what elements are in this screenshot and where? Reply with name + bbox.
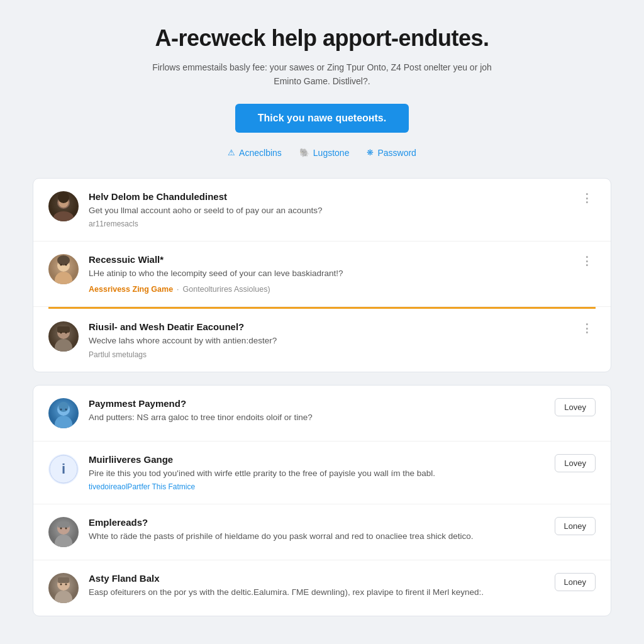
svg-point-24	[60, 527, 62, 529]
page-title: A-recweck help apport-endutes.	[33, 25, 611, 52]
quick-link-password-label: Password	[377, 148, 416, 158]
card-1: Helv Delom be Chanduledinest Get you llm…	[33, 178, 611, 372]
list-item-action[interactable]: Loney	[555, 573, 596, 591]
avatar	[48, 573, 79, 603]
section-tag-gray: Gonteolturires Assiolues)	[183, 285, 270, 294]
list-item-title: Asty Fland Balx	[89, 573, 545, 584]
list-item-content: Recessuic Wiall* LHe atinip to who the l…	[89, 254, 568, 294]
list-item-content: Helv Delom be Chanduledinest Get you llm…	[89, 191, 568, 228]
list-item-title: Emplereads?	[89, 517, 545, 528]
list-item-desc: And putters: NS arra galoc to tree tinor…	[89, 411, 545, 424]
dots-icon[interactable]: ⋮	[578, 191, 596, 205]
card-2: Paymmest Paymend? And putters: NS arra g…	[33, 385, 611, 616]
list-item-content: Emplereads? Whte to räde the pasts of pr…	[89, 517, 545, 545]
list-item-content: Riusil- and Wesh Deatir Eacounel? Weclve…	[89, 321, 568, 358]
list-item-tag: ar11remesacls	[89, 219, 568, 228]
svg-point-8	[65, 264, 67, 266]
avatar	[48, 191, 79, 221]
list-item: Asty Fland Balx Easp ofeiturers on the p…	[33, 560, 611, 616]
list-item-title: Riusil- and Wesh Deatir Eacounel?	[89, 321, 568, 332]
section-tag-orange: Aessrivess Zing Game	[89, 285, 173, 294]
svg-point-30	[65, 583, 67, 585]
cta-button[interactable]: Thick you nawe queteонts.	[235, 104, 409, 133]
list-item-desc: Easp ofeiturers on the por ys with the d…	[89, 586, 545, 599]
list-item-title: Recessuic Wiall*	[89, 254, 568, 265]
list-item-desc: Weclve lahs whore account by with antien…	[89, 335, 568, 347]
list-item-title: Helv Delom be Chanduledinest	[89, 191, 568, 202]
svg-point-21	[55, 535, 72, 547]
dots-icon[interactable]: ⋮	[578, 321, 596, 335]
svg-point-16	[58, 402, 69, 412]
quick-link-password[interactable]: ❋ Password	[367, 148, 416, 158]
section-tag-separator: ·	[177, 285, 179, 294]
list-item-action[interactable]: Lovey	[555, 398, 596, 416]
list-item-content: Asty Fland Balx Easp ofeiturers on the p…	[89, 573, 545, 601]
svg-point-1	[53, 211, 74, 221]
svg-point-4	[55, 272, 72, 284]
svg-point-7	[60, 264, 62, 266]
list-item-action[interactable]: Lovey	[555, 454, 596, 472]
list-item-desc: Pire ite this you tod you'ined with wirf…	[89, 467, 545, 480]
list-item-desc: Whte to räde the pasts of prishile of hi…	[89, 530, 545, 543]
list-item: Riusil- and Wesh Deatir Eacounel? Weclve…	[33, 309, 611, 371]
quick-link-tags[interactable]: 🐘 Lugstone	[299, 148, 350, 158]
list-item-tag: Partlul smetulags	[89, 350, 568, 359]
avatar	[48, 398, 79, 428]
svg-point-29	[60, 583, 62, 585]
list-item-content: Muirliiveres Gange Pire ite this you tod…	[89, 454, 545, 491]
svg-rect-11	[57, 326, 70, 333]
list-item: Emplereads? Whte to räde the pasts of pr…	[33, 504, 611, 560]
password-icon: ❋	[367, 148, 374, 157]
svg-rect-28	[58, 577, 69, 583]
avatar: i	[48, 454, 79, 484]
list-item: Helv Delom be Chanduledinest Get you llm…	[33, 179, 611, 242]
list-item: i Muirliiveres Gange Pire ite this you t…	[33, 441, 611, 504]
section-tag-row: Aessrivess Zing Game · Gonteolturires As…	[89, 282, 568, 294]
quick-link-accounts-label: Acneclbins	[239, 148, 282, 158]
avatar	[48, 254, 79, 284]
svg-text:i: i	[62, 461, 65, 477]
lovey-badge-button[interactable]: Lovey	[555, 398, 596, 416]
page-header: A-recweck help apport-endutes. Firlows e…	[33, 25, 611, 158]
svg-point-3	[58, 192, 69, 203]
svg-point-14	[55, 416, 72, 428]
list-item-title: Paymmest Paymend?	[89, 398, 545, 409]
svg-point-6	[57, 255, 70, 265]
page-subtitle: Firlows emmestails basly fee: your sawes…	[152, 60, 492, 89]
dots-icon[interactable]: ⋮	[578, 254, 596, 268]
list-item-desc: LHe atinip to who the lecompity seed of …	[89, 267, 568, 280]
list-item-action[interactable]: ⋮	[578, 191, 596, 205]
list-item: Paymmest Paymend? And putters: NS arra g…	[33, 386, 611, 441]
list-item-action[interactable]: ⋮	[578, 321, 596, 335]
avatar	[48, 321, 79, 352]
list-item-action[interactable]: Loney	[555, 517, 596, 535]
list-item-desc: Get you llmal account aoho or seeld to o…	[89, 204, 568, 217]
svg-point-18	[65, 408, 67, 410]
loney-badge-button[interactable]: Loney	[555, 573, 596, 591]
svg-point-12	[60, 332, 62, 334]
svg-point-25	[65, 527, 67, 529]
svg-rect-23	[58, 522, 69, 528]
svg-point-17	[60, 408, 62, 410]
avatar	[48, 517, 79, 547]
svg-point-9	[55, 339, 72, 352]
quick-link-tags-label: Lugstone	[313, 148, 350, 158]
accounts-icon: ⚠	[228, 148, 235, 157]
lovey-badge-button[interactable]: Lovey	[555, 454, 596, 472]
list-item-action[interactable]: ⋮	[578, 254, 596, 268]
svg-point-13	[65, 332, 67, 334]
list-item-title: Muirliiveres Gange	[89, 454, 545, 465]
tags-icon: 🐘	[299, 148, 309, 157]
list-item-tag-link[interactable]: tivedoireaolPartfer This Fatmice	[89, 482, 545, 491]
svg-point-26	[55, 591, 72, 603]
loney-badge-button[interactable]: Loney	[555, 517, 596, 535]
page-wrapper: A-recweck help apport-endutes. Firlows e…	[20, 0, 624, 644]
quick-links: ⚠ Acneclbins 🐘 Lugstone ❋ Password	[33, 148, 611, 158]
list-item-content: Paymmest Paymend? And putters: NS arra g…	[89, 398, 545, 426]
list-item: Recessuic Wiall* LHe atinip to who the l…	[33, 242, 611, 307]
quick-link-accounts[interactable]: ⚠ Acneclbins	[228, 148, 282, 158]
